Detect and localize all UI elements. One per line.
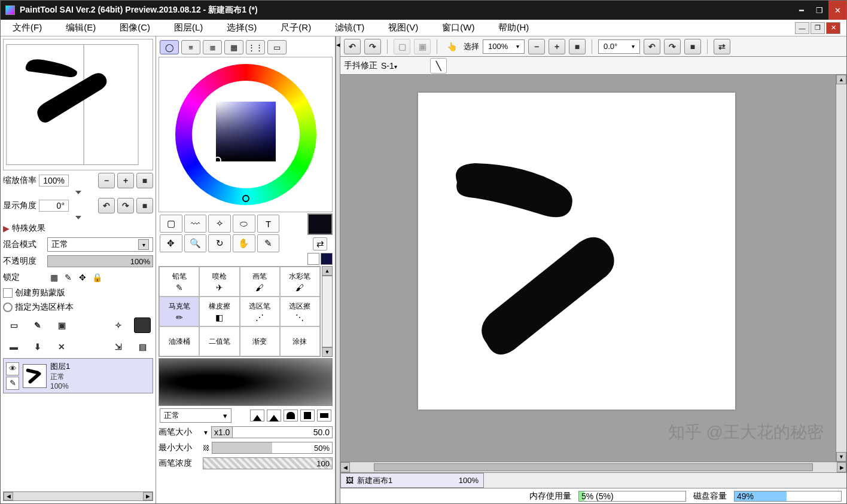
canvas-zoom-fit-button[interactable]: ■: [569, 39, 586, 54]
rotate-tool[interactable]: ↻: [208, 234, 231, 252]
brush-watercolor[interactable]: 水彩笔🖌: [280, 267, 320, 297]
swap-swatch-button[interactable]: ⇄: [313, 237, 327, 251]
zoom-slider[interactable]: [3, 191, 153, 196]
lock-all-icon[interactable]: 🔒: [92, 272, 102, 283]
color-scratch-mode-button[interactable]: ⋮⋮: [246, 40, 265, 54]
color-mixer-mode-button[interactable]: ≣: [203, 40, 222, 54]
rotate-reset-button[interactable]: ■: [136, 198, 153, 213]
brush-gradient[interactable]: 渐变: [240, 326, 280, 356]
wand-tool[interactable]: ✧: [208, 215, 231, 233]
navigator-thumbnail[interactable]: [3, 39, 153, 170]
zoom-tool[interactable]: 🔍: [184, 234, 207, 252]
brush-pencil[interactable]: 铅笔✎: [159, 267, 199, 297]
brush-scroll[interactable]: ▲ ▼: [322, 266, 333, 357]
canvas-scroll-h[interactable]: ◀ ▶: [340, 462, 846, 472]
canvas-rotate-cw-button[interactable]: ↷: [664, 39, 681, 54]
rotate-ccw-button[interactable]: ↶: [98, 198, 115, 213]
text-tool[interactable]: T: [257, 215, 280, 233]
zoom-in-button[interactable]: +: [117, 173, 134, 188]
menu-select[interactable]: 选择(S): [221, 20, 263, 36]
canvas-angle-field[interactable]: 0.0°▾: [598, 39, 640, 54]
canvas-viewport[interactable]: 知乎 @王大花的秘密: [340, 75, 836, 462]
scroll-right-icon[interactable]: ▶: [143, 492, 153, 500]
min-link-icon[interactable]: ⛓: [203, 444, 209, 451]
canvas-zoom-in-button[interactable]: +: [549, 39, 565, 54]
clipmask-checkbox[interactable]: [3, 288, 13, 298]
brush-blur[interactable]: 涂抹: [280, 326, 320, 356]
zoom-out-button[interactable]: −: [98, 173, 115, 188]
brush-bucket[interactable]: 油漆桶: [159, 326, 199, 356]
new-linework-button[interactable]: ✎: [29, 317, 46, 333]
size-slider[interactable]: x1.0 50.0: [211, 426, 333, 438]
brush-brush[interactable]: 画笔🖌: [240, 267, 280, 297]
opacity-slider[interactable]: 100%: [47, 255, 153, 267]
panel-splitter[interactable]: ◂: [336, 36, 340, 503]
color-wheel-mode-button[interactable]: ◯: [160, 40, 179, 54]
minimize-button[interactable]: ━: [793, 1, 811, 20]
canvas-zoom-field[interactable]: 100%▾: [483, 39, 525, 54]
redo-button[interactable]: ↷: [364, 39, 381, 54]
doc-minimize-button[interactable]: —: [795, 22, 809, 34]
maximize-button[interactable]: ❐: [811, 1, 828, 20]
scroll-up-icon[interactable]: ▲: [836, 75, 846, 84]
new-folder-button[interactable]: ▣: [53, 317, 70, 333]
scroll-left-icon[interactable]: ◀: [4, 492, 13, 500]
brush-eraser[interactable]: 橡皮擦◧: [199, 297, 239, 326]
reset-swatch-button[interactable]: [307, 253, 319, 265]
menu-edit[interactable]: 编辑(E): [60, 20, 102, 36]
wand-button[interactable]: ✧: [110, 317, 127, 333]
tip-tri2[interactable]: [267, 410, 281, 421]
move-tool[interactable]: ✥: [160, 234, 182, 252]
min-slider[interactable]: 50%: [212, 442, 333, 454]
canvas[interactable]: [418, 93, 735, 410]
canvas-zoom-out-button[interactable]: −: [528, 39, 545, 54]
lock-pixels-icon[interactable]: ▦: [48, 272, 59, 283]
zoom-reset-button[interactable]: ■: [136, 173, 153, 188]
angle-slider[interactable]: [3, 216, 153, 221]
lasso-tool[interactable]: 〰: [184, 215, 207, 233]
blend-mode-combo[interactable]: 正常 ▾: [47, 237, 153, 252]
selsample-radio[interactable]: [3, 303, 13, 312]
stabilizer-combo[interactable]: S-1▾: [381, 61, 411, 71]
delete-layer-button[interactable]: ▬: [5, 339, 22, 355]
fg-swatch[interactable]: [307, 213, 333, 235]
deselect-button[interactable]: ▢: [394, 39, 410, 54]
brush-seleraser[interactable]: 选区擦⋱: [280, 297, 320, 326]
layer-visibility-icon[interactable]: 👁: [6, 362, 19, 375]
scroll-left-icon[interactable]: ◀: [340, 462, 350, 472]
undo-button[interactable]: ↶: [344, 39, 361, 54]
scroll-thumb[interactable]: [374, 463, 813, 471]
brush-blend-combo[interactable]: 正常 ▾: [160, 408, 231, 423]
lock-move-icon[interactable]: ✥: [77, 272, 88, 283]
color-wheel[interactable]: [159, 57, 333, 212]
zoom-value[interactable]: 100%: [39, 175, 69, 187]
rotate-cw-button[interactable]: ↷: [117, 198, 134, 213]
shape-tool[interactable]: ⬭: [233, 215, 255, 233]
document-tab[interactable]: 🖼 新建画布1 100%: [340, 473, 484, 488]
menu-window[interactable]: 窗口(W): [436, 20, 480, 36]
menu-ruler[interactable]: 尺子(R): [275, 20, 317, 36]
close-button[interactable]: ✕: [828, 1, 846, 20]
scroll-right-icon[interactable]: ▶: [837, 462, 846, 472]
menu-help[interactable]: 帮助(H): [492, 20, 535, 36]
scroll-down-icon[interactable]: ▼: [322, 347, 333, 357]
menu-file[interactable]: 文件(F): [7, 20, 48, 36]
layer-edit-icon[interactable]: ✎: [6, 377, 19, 390]
hand-tool[interactable]: ✋: [233, 234, 255, 252]
menu-image[interactable]: 图像(C): [114, 20, 156, 36]
stroke-direction-icon[interactable]: ╲: [430, 58, 447, 74]
brush-marker[interactable]: 马克笔✏: [159, 297, 199, 326]
menu-filter[interactable]: 滤镜(T): [329, 20, 370, 36]
marquee-tool[interactable]: ▢: [160, 215, 182, 233]
merge-button[interactable]: ⬇: [29, 339, 46, 355]
brush-airbrush[interactable]: 喷枪✈: [199, 267, 239, 297]
tip-flat[interactable]: [317, 410, 331, 421]
color-bars-mode-button[interactable]: ≡: [181, 40, 200, 54]
color-swatch-mode-button[interactable]: ▦: [224, 40, 243, 54]
menu-view[interactable]: 视图(V): [382, 20, 424, 36]
bg-swatch[interactable]: [321, 253, 333, 265]
layer-item[interactable]: 👁 ✎ 图层1 正常 100%: [3, 358, 153, 393]
brush-selpen[interactable]: 选区笔⋰: [240, 297, 280, 326]
color-history-mode-button[interactable]: ▭: [267, 40, 287, 54]
flip-button[interactable]: ⇄: [714, 39, 730, 54]
